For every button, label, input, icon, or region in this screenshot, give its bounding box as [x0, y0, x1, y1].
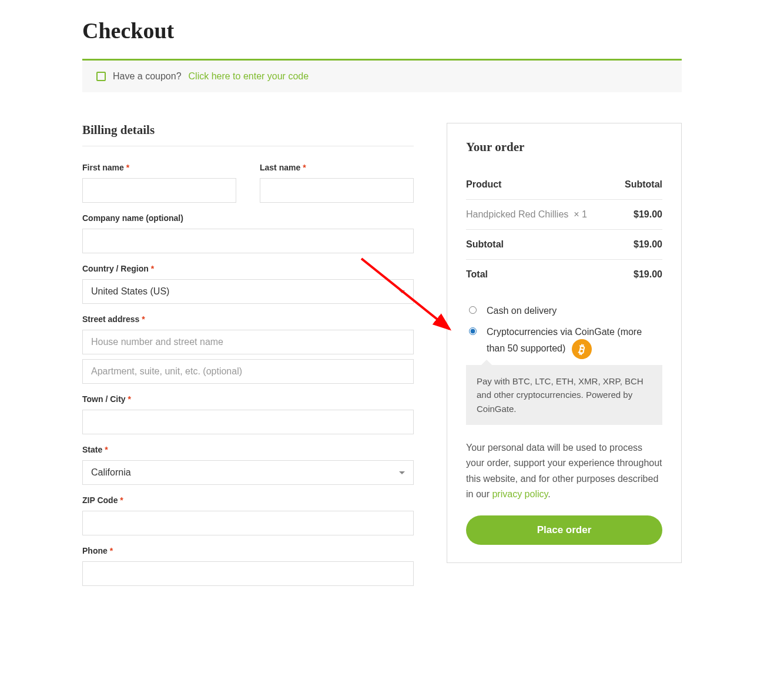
payment-crypto-radio[interactable]: [469, 327, 477, 335]
place-order-button[interactable]: Place order: [466, 515, 662, 545]
last-name-label: Last name *: [260, 163, 414, 172]
order-subtotal-label: Subtotal: [466, 230, 616, 260]
order-summary-panel: Your order Product Subtotal Handpicked R…: [447, 123, 682, 563]
coupon-icon: [96, 72, 106, 81]
last-name-input[interactable]: [260, 178, 414, 203]
order-subtotal-value: $19.00: [616, 230, 662, 260]
zip-label: ZIP Code *: [82, 495, 414, 505]
street-address-2-input[interactable]: [82, 359, 414, 384]
city-label: Town / City *: [82, 394, 414, 404]
payment-cod-radio[interactable]: [469, 306, 477, 314]
chevron-down-icon: [399, 471, 405, 474]
state-select[interactable]: California: [82, 460, 414, 485]
phone-label: Phone *: [82, 546, 414, 555]
state-value: California: [91, 467, 131, 478]
billing-heading: Billing details: [82, 123, 414, 146]
order-item-name: Handpicked Red Chillies: [466, 209, 568, 219]
order-item-price: $19.00: [616, 200, 662, 230]
state-label: State *: [82, 445, 414, 454]
chevron-down-icon: [399, 290, 405, 293]
order-col-subtotal: Subtotal: [616, 170, 662, 200]
order-total-label: Total: [466, 260, 616, 290]
coupon-banner: Have a coupon? Click here to enter your …: [82, 59, 682, 92]
zip-input[interactable]: [82, 511, 414, 535]
order-heading: Your order: [466, 140, 662, 155]
privacy-policy-link[interactable]: privacy policy: [492, 489, 548, 499]
payment-cod-label[interactable]: Cash on delivery: [487, 303, 557, 319]
order-col-product: Product: [466, 170, 616, 200]
city-input[interactable]: [82, 410, 414, 434]
country-select[interactable]: United States (US): [82, 279, 414, 304]
country-value: United States (US): [91, 286, 169, 297]
privacy-note: Your personal data will be used to proce…: [466, 440, 662, 503]
payment-methods: Cash on delivery Cryptocurrencies via Co…: [466, 303, 662, 425]
payment-crypto-desc: Pay with BTC, LTC, ETH, XMR, XRP, BCH an…: [466, 365, 662, 425]
street-address-1-input[interactable]: [82, 330, 414, 354]
payment-crypto-label[interactable]: Cryptocurrencies via CoinGate (more than…: [487, 324, 662, 360]
company-label: Company name (optional): [82, 213, 414, 223]
first-name-label: First name *: [82, 163, 236, 172]
order-total-value: $19.00: [616, 260, 662, 290]
country-label: Country / Region *: [82, 264, 414, 273]
order-item-row: Handpicked Red Chillies × 1 $19.00: [466, 200, 662, 230]
page-title: Checkout: [82, 18, 682, 43]
company-input[interactable]: [82, 229, 414, 253]
order-table: Product Subtotal Handpicked Red Chillies…: [466, 170, 662, 289]
coupon-link[interactable]: Click here to enter your code: [189, 71, 309, 82]
bitcoin-icon: ₿: [570, 337, 594, 361]
order-item-qty: × 1: [574, 209, 587, 219]
street-label: Street address *: [82, 314, 414, 324]
coupon-prompt: Have a coupon?: [113, 71, 182, 82]
phone-input[interactable]: [82, 561, 414, 586]
first-name-input[interactable]: [82, 178, 236, 203]
